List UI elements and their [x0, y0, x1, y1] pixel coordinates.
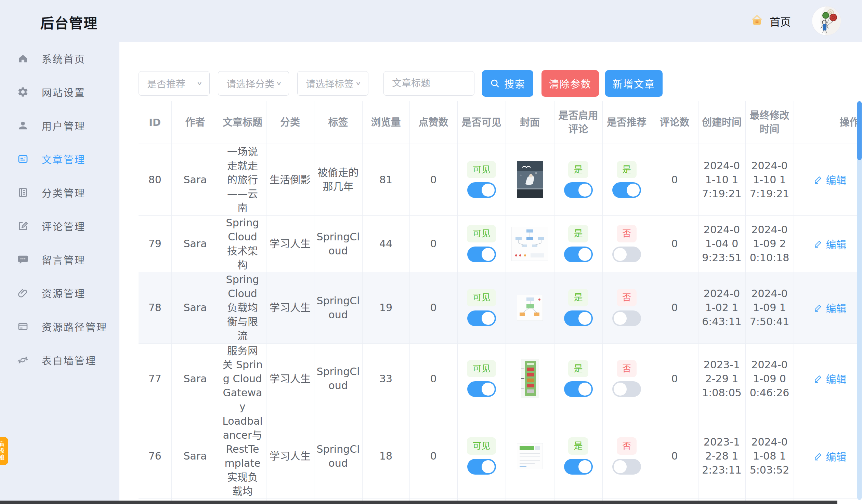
category-select[interactable]: 请选择分类 ∨	[218, 71, 289, 96]
toggle-switch[interactable]	[564, 310, 593, 326]
gateway-diagram-thumbnail[interactable]	[506, 359, 554, 398]
add-article-button[interactable]: 新增文章	[605, 70, 663, 97]
cell-likes: 0	[409, 272, 457, 343]
status-badge: 否	[617, 437, 637, 455]
flow-diagram-thumbnail[interactable]	[506, 295, 554, 321]
edit-article-link[interactable]: 编辑	[794, 300, 858, 315]
recommend-select[interactable]: 是否推荐 ∨	[139, 71, 210, 96]
toggle-switch[interactable]	[467, 247, 496, 262]
column-header: 浏览量	[362, 101, 409, 144]
clear-params-button[interactable]: 清除参数	[541, 70, 599, 97]
horizontal-scrollbar[interactable]	[0, 501, 837, 504]
articles-table-wrap: ID作者文章标题分类标签浏览量点赞数是否可见封面是否启用评论是否推荐评论数创建时…	[139, 101, 857, 504]
toggle-switch[interactable]	[612, 182, 641, 198]
sidebar-item-8[interactable]: 资源管理	[0, 276, 119, 310]
toggle-switch[interactable]	[612, 459, 641, 475]
toggle-knob	[482, 248, 495, 261]
sidebar-item-label: 系统首页	[42, 51, 86, 66]
toggle-switch[interactable]	[467, 381, 496, 397]
architecture-diagram-thumbnail[interactable]	[506, 227, 554, 261]
cell-cover	[506, 272, 554, 343]
toggle-knob	[614, 383, 627, 396]
cell-tag: SpringCloud	[314, 215, 362, 272]
toggle-switch[interactable]	[564, 182, 593, 198]
toggle-switch[interactable]	[564, 459, 593, 475]
toggle-knob	[578, 248, 591, 261]
edit-article-link[interactable]: 编辑	[794, 449, 858, 464]
cell-created: 2024-01-04 09:23:51	[698, 215, 745, 272]
cell-tag: SpringCloud	[314, 343, 362, 414]
cell-title: Spring Cloud 负载均衡与限流	[219, 272, 266, 343]
cell-comments: 0	[651, 272, 698, 343]
sidebar: 系统首页 网站设置 用户管理 文章管理 分类管理 评论管理 留言管理 资源管理 …	[0, 42, 119, 504]
toggle-knob	[578, 184, 591, 197]
cell-actions: 编辑	[794, 272, 857, 343]
cell-actions: 编辑	[794, 343, 857, 414]
search-button[interactable]: 搜索	[482, 70, 533, 97]
avatar[interactable]	[812, 6, 841, 35]
seagull-photo-thumbnail[interactable]	[506, 161, 554, 198]
cell-recommended: 否	[602, 343, 651, 414]
cell-recommended: 否	[602, 272, 651, 343]
cell-title: 服务网关 Spring Cloud Gateway	[219, 343, 266, 414]
sidebar-item-10[interactable]: 表白墙管理	[0, 343, 119, 377]
edit-article-link[interactable]: 编辑	[794, 172, 858, 187]
house-icon	[750, 13, 764, 29]
toggle-switch[interactable]	[467, 459, 496, 475]
edit-article-link[interactable]: 编辑	[794, 371, 858, 386]
toggle-switch[interactable]	[564, 381, 593, 397]
home-link-label: 首页	[770, 13, 791, 29]
add-article-label: 新增文章	[613, 76, 655, 91]
toggle-switch[interactable]	[467, 310, 496, 326]
mascot-badge[interactable]: 看板娘	[0, 437, 8, 465]
article-title-input[interactable]	[383, 71, 474, 96]
cell-actions: 编辑	[794, 215, 857, 272]
recommend-select-placeholder: 是否推荐	[147, 77, 185, 90]
table-row-article-80: 80Sara一场说走就走的旅行——云南生活倒影被偷走的那几年810可见是是020…	[139, 144, 857, 215]
sidebar-item-5[interactable]: 分类管理	[0, 176, 119, 209]
cell-comment-enabled: 是	[554, 343, 602, 414]
cell-likes: 0	[409, 343, 457, 414]
status-badge: 可见	[467, 289, 496, 306]
sidebar-item-7[interactable]: 留言管理	[0, 243, 119, 276]
sidebar-item-1[interactable]: 系统首页	[0, 42, 119, 75]
toggle-knob	[482, 312, 495, 325]
toggle-switch[interactable]	[612, 381, 641, 397]
search-icon	[490, 78, 500, 89]
column-header: 标签	[314, 101, 362, 144]
sidebar-item-3[interactable]: 用户管理	[0, 109, 119, 142]
table-diagram-thumbnail[interactable]	[506, 443, 554, 469]
cell-category: 学习人生	[266, 272, 314, 343]
toggle-switch[interactable]	[564, 247, 593, 262]
sidebar-item-9[interactable]: 资源路径管理	[0, 310, 119, 343]
cell-modified: 2024-01-09 00:46:26	[745, 343, 794, 414]
toggle-switch[interactable]	[467, 182, 496, 198]
vertical-scrollbar-thumb[interactable]	[857, 101, 862, 160]
cell-comment-enabled: 是	[554, 144, 602, 215]
cell-visible: 可见	[457, 215, 506, 272]
cell-author: Sara	[171, 343, 219, 414]
topbar-right: 首页	[750, 0, 841, 42]
toggle-switch[interactable]	[612, 310, 641, 326]
cell-views: 18	[362, 414, 409, 498]
tag-select[interactable]: 请选择标签 ∨	[297, 71, 368, 96]
comment-edit-icon	[17, 220, 29, 232]
cell-views: 81	[362, 144, 409, 215]
sidebar-item-label: 资源管理	[42, 286, 86, 300]
edit-article-link[interactable]: 编辑	[794, 236, 858, 251]
sidebar-item-4[interactable]: 文章管理	[0, 142, 119, 176]
cell-cover	[506, 144, 554, 215]
category-icon	[17, 187, 29, 198]
category-select-placeholder: 请选择分类	[226, 77, 274, 90]
status-badge: 可见	[467, 225, 496, 242]
toggle-switch[interactable]	[612, 247, 641, 262]
sidebar-item-label: 评论管理	[42, 219, 86, 233]
sidebar-item-2[interactable]: 网站设置	[0, 75, 119, 109]
vertical-scrollbar[interactable]	[857, 101, 862, 500]
status-badge: 是	[568, 161, 588, 178]
pencil-icon	[814, 175, 823, 184]
cell-comments: 0	[651, 215, 698, 272]
sidebar-item-label: 网站设置	[42, 85, 86, 99]
sidebar-item-6[interactable]: 评论管理	[0, 209, 119, 243]
home-link[interactable]: 首页	[750, 13, 791, 29]
